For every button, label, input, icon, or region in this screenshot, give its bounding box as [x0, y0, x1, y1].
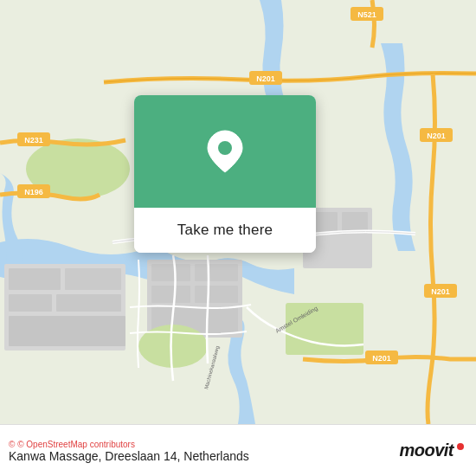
svg-rect-6 [9, 316, 125, 346]
svg-point-17 [138, 325, 208, 368]
svg-text:N201: N201 [372, 354, 391, 363]
svg-text:N201: N201 [256, 74, 275, 83]
svg-rect-5 [56, 294, 121, 312]
moovit-logo: moovit [399, 441, 464, 460]
svg-rect-2 [9, 268, 61, 290]
osm-credit: © © OpenStreetMap contributors [9, 440, 249, 449]
svg-text:N201: N201 [427, 132, 446, 140]
osm-icon: © [9, 440, 15, 449]
take-me-there-button[interactable]: Take me there [134, 208, 316, 253]
location-name: Kanwa Massage, Dreeslaan 14, Netherlands [9, 449, 249, 463]
svg-rect-4 [9, 294, 52, 312]
svg-text:N196: N196 [24, 188, 43, 196]
card-map-area [134, 95, 316, 208]
svg-rect-3 [65, 268, 121, 290]
svg-text:N521: N521 [357, 10, 376, 19]
svg-text:N231: N231 [24, 136, 43, 145]
location-card: Take me there [134, 95, 316, 253]
bottom-bar: © © OpenStreetMap contributors Kanwa Mas… [0, 424, 476, 476]
moovit-text: moovit [399, 441, 453, 460]
svg-rect-10 [151, 286, 190, 303]
svg-point-36 [218, 141, 232, 155]
map-container: N521 N201 N201 N201 N201 N231 N196 Amste… [0, 0, 476, 424]
svg-rect-9 [195, 264, 238, 281]
svg-text:N201: N201 [431, 287, 450, 296]
svg-rect-18 [286, 303, 363, 355]
svg-rect-8 [151, 264, 190, 281]
osm-credit-text: © OpenStreetMap contributors [17, 440, 135, 449]
location-pin-icon [206, 132, 244, 170]
moovit-dot [457, 443, 464, 450]
svg-rect-11 [195, 286, 238, 303]
location-info: © © OpenStreetMap contributors Kanwa Mas… [9, 438, 249, 463]
